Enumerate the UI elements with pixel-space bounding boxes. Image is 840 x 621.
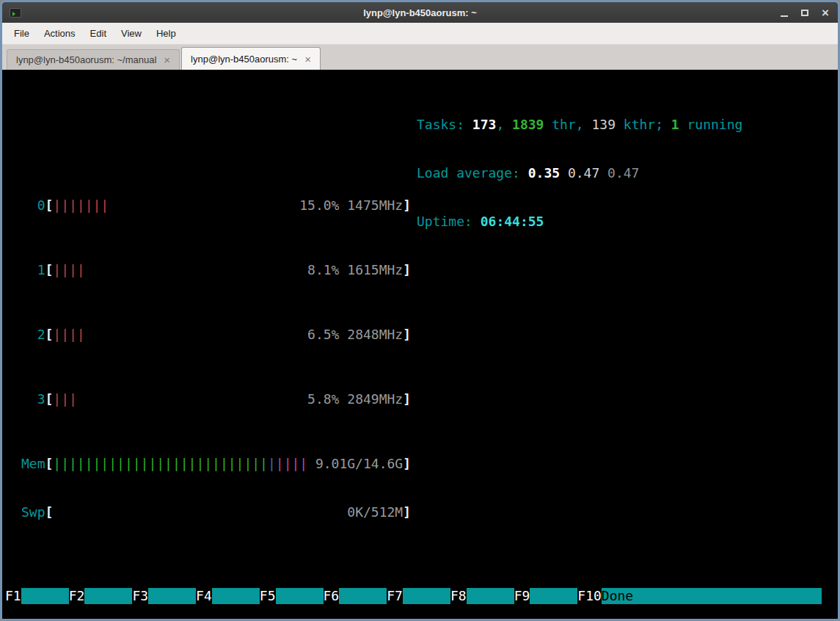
- cpu-meter-label: 2: [21, 327, 45, 343]
- menu-file[interactable]: File: [7, 24, 37, 43]
- function-key-label[interactable]: [84, 588, 132, 604]
- swap-meter: Swp[ 0K/512M ]: [21, 504, 411, 520]
- memory-meter-bar: ||||||||||||||||||||||||||||||||: [53, 456, 307, 472]
- uptime-line: Uptime: 06:44:55: [417, 214, 742, 230]
- htop-info-column: Tasks: 173, 1839 thr, 139 kthr; 1 runnin…: [417, 84, 742, 262]
- cpu-meter: 1[ |||| 8.1% 1615MHz ]: [21, 262, 411, 278]
- function-key[interactable]: F4: [196, 588, 212, 604]
- memory-meter: Mem[ |||||||||||||||||||||||||||||||| 9.…: [21, 456, 411, 472]
- window-title: lynp@lyn-b450aorusm: ~: [2, 7, 838, 18]
- titlebar: lynp@lyn-b450aorusm: ~ ×: [2, 2, 838, 23]
- function-key-label[interactable]: [276, 588, 324, 604]
- function-key-label[interactable]: [339, 588, 387, 604]
- menu-view[interactable]: View: [114, 24, 149, 43]
- menu-edit[interactable]: Edit: [83, 24, 114, 43]
- function-key-bar: F1 F2 F3 F4 F5 F6 F7 F8 F9 F10Done: [5, 588, 822, 604]
- tasks-line: Tasks: 173, 1839 thr, 139 kthr; 1 runnin…: [417, 117, 742, 133]
- cpu-meter-label: 1: [21, 262, 45, 278]
- cpu-meter-bar: ||||: [53, 327, 84, 343]
- function-key[interactable]: F5: [260, 588, 276, 604]
- threads-count: 1839: [512, 117, 544, 133]
- menu-help[interactable]: Help: [149, 24, 183, 43]
- function-key[interactable]: F9: [514, 588, 530, 604]
- cpu-meter: 2[ |||| 6.5% 2848MHz ]: [21, 327, 411, 343]
- uptime-value: 06:44:55: [481, 214, 544, 230]
- function-key-label[interactable]: [467, 588, 514, 604]
- close-icon[interactable]: ×: [822, 7, 829, 19]
- cpu-meter-label: 0: [21, 197, 45, 214]
- cpu-meter: 0[ ||||||| 15.0% 1475MHz ]: [21, 197, 411, 214]
- cpu-meter-value: 15.0% 1475MHz: [299, 197, 403, 214]
- function-key-label[interactable]: [212, 588, 260, 604]
- terminal-window: lynp@lyn-b450aorusm: ~ × File Actions Ed…: [0, 0, 840, 621]
- terminal-tab[interactable]: lynp@lyn-b450aorusm: ~ ×: [181, 47, 321, 70]
- cpu-meter-value: 8.1% 1615MHz: [307, 262, 403, 278]
- cpu-meter-label: 3: [21, 391, 45, 407]
- function-key-label[interactable]: [148, 588, 196, 604]
- function-key[interactable]: F2: [69, 588, 85, 604]
- terminal-tab[interactable]: lynp@lyn-b450aorusm: ~/manual ×: [7, 49, 180, 70]
- swap-meter-value: 0K/512M: [347, 504, 403, 520]
- cpu-meter-value: 5.8% 2849MHz: [307, 391, 403, 407]
- kthreads-count: 139: [591, 117, 616, 133]
- memory-meter-value: 9.01G/14.6G: [315, 456, 403, 472]
- tab-label: lynp@lyn-b450aorusm: ~: [191, 54, 297, 65]
- cpu-meter-bar: |||: [53, 391, 77, 407]
- tasks-count: 173: [472, 117, 497, 133]
- load-average-line: Load average: 0.350.470.47: [417, 165, 742, 181]
- load-5min: 0.47: [568, 165, 599, 181]
- tab-label: lynp@lyn-b450aorusm: ~/manual: [16, 54, 156, 65]
- cpu-meter-bar: |||||||: [53, 197, 109, 214]
- function-key-label[interactable]: [530, 588, 577, 604]
- menu-actions[interactable]: Actions: [37, 24, 83, 43]
- function-key-label[interactable]: [403, 588, 450, 604]
- function-key[interactable]: F3: [132, 588, 148, 604]
- cpu-meter-bar: ||||: [53, 262, 84, 278]
- menubar: File Actions Edit View Help: [2, 23, 838, 45]
- function-key[interactable]: F1: [5, 588, 21, 604]
- memory-meter-label: Mem: [21, 456, 45, 472]
- maximize-icon[interactable]: [801, 10, 808, 16]
- load-1min: 0.35: [528, 165, 560, 181]
- function-key[interactable]: F7: [387, 588, 403, 604]
- function-key-label[interactable]: Done: [602, 588, 822, 604]
- cpu-meter: 3[ ||| 5.8% 2849MHz ]: [21, 391, 411, 407]
- function-key[interactable]: F6: [324, 588, 340, 604]
- function-key[interactable]: F8: [450, 588, 467, 604]
- swap-meter-label: Swp: [21, 504, 45, 520]
- terminal-app-icon: [10, 8, 21, 18]
- cpu-meter-value: 6.5% 2848MHz: [307, 327, 403, 343]
- function-key-label[interactable]: [21, 588, 69, 604]
- tab-close-icon[interactable]: ×: [164, 54, 170, 65]
- running-count: 1: [671, 117, 679, 133]
- terminal-content[interactable]: 0[ ||||||| 15.0% 1475MHz ] 1[ ||||: [2, 70, 838, 619]
- load-15min: 0.47: [607, 165, 639, 181]
- minimize-icon[interactable]: [781, 15, 788, 17]
- tab-close-icon[interactable]: ×: [304, 54, 311, 65]
- tabbar: lynp@lyn-b450aorusm: ~/manual × lynp@lyn…: [2, 45, 838, 70]
- function-key[interactable]: F10: [577, 588, 602, 604]
